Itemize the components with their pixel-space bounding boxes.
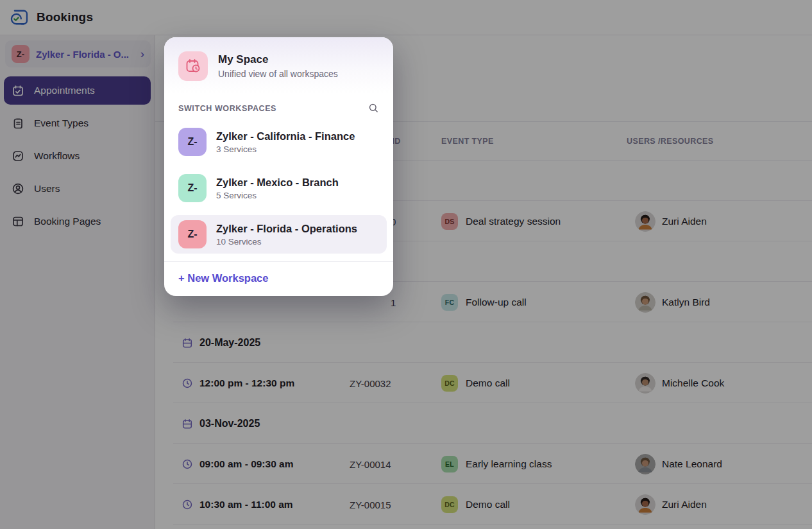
bookings-app: Bookings Z- Zylker - Florida - O... › Ap… [0, 0, 812, 529]
my-space-subtitle: Unified view of all workspaces [218, 69, 338, 79]
new-workspace-button[interactable]: + New Workspace [178, 262, 379, 296]
workspace-name: Zylker - California - Finance [216, 130, 355, 143]
workspace-list: Z- Zylker - California - Finance 3 Servi… [178, 123, 379, 254]
my-space-icon [178, 51, 208, 81]
my-space-title: My Space [218, 53, 338, 66]
workspace-name: Zylker - Mexico - Branch [216, 177, 339, 189]
switch-workspaces-label: SWITCH WORKSPACES [178, 104, 276, 113]
workspace-list-item[interactable]: Z- Zylker - California - Finance 3 Servi… [171, 123, 387, 161]
search-icon[interactable] [368, 103, 379, 114]
popover-body: SWITCH WORKSPACES Z- Zylker - California… [164, 103, 393, 296]
workspace-services-count: 10 Services [216, 237, 357, 247]
workspace-list-item[interactable]: Z- Zylker - Mexico - Branch 5 Services [171, 169, 387, 207]
workspace-services-count: 5 Services [216, 191, 339, 200]
workspace-avatar: Z- [178, 174, 207, 202]
modal-dim-overlay[interactable] [0, 0, 812, 529]
workspace-avatar: Z- [178, 220, 207, 248]
switch-workspaces-row: SWITCH WORKSPACES [178, 103, 379, 114]
workspace-switcher-popover: My Space Unified view of all workspaces … [164, 37, 393, 296]
workspace-services-count: 3 Services [216, 144, 355, 154]
workspace-name: Zylker - Florida - Operations [216, 223, 357, 235]
my-space-item[interactable]: My Space Unified view of all workspaces [164, 37, 393, 94]
workspace-avatar: Z- [178, 128, 207, 156]
workspace-list-item[interactable]: Z- Zylker - Florida - Operations 10 Serv… [171, 215, 387, 254]
